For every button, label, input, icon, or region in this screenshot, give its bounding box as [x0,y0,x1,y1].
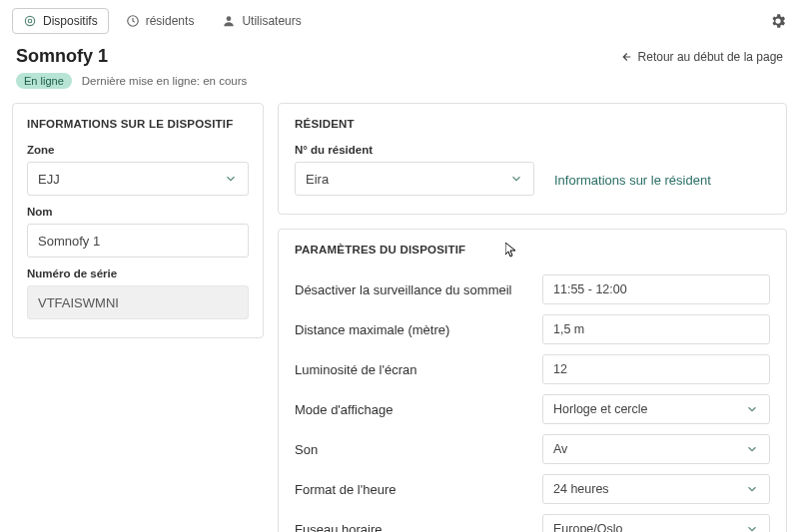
setting-select[interactable]: Av [542,434,770,464]
setting-row: Mode d'affichageHorloge et cercle [295,389,770,429]
device-info-heading: INFORMATIONS SUR LE DISPOSITIF [27,118,249,130]
tab-devices[interactable]: Dispositifs [12,8,109,34]
chevron-down-icon [745,402,759,416]
device-info-card: INFORMATIONS SUR LE DISPOSITIF Zone EJJ … [12,103,264,338]
setting-value: 11:55 - 12:00 [553,282,627,296]
clock-icon [126,14,140,28]
resident-info-link[interactable]: Informations sur le résident [554,173,711,196]
chevron-down-icon [745,482,759,496]
setting-value: 1,5 m [553,322,584,336]
gear-icon[interactable] [769,12,787,30]
name-label: Nom [27,206,249,218]
title-row: Somnofy 1 Retour au début de la page [0,42,799,73]
tab-users-label: Utilisateurs [242,14,301,28]
resident-card: RÉSIDENT N° du résident Eira Information… [278,103,787,215]
setting-select[interactable]: 24 heures [542,474,770,504]
setting-label: Mode d'affichage [295,402,524,417]
setting-row: Format de l'heure24 heures [295,469,770,509]
top-tabs: Dispositifs résidents Utilisateurs [0,0,799,42]
setting-row: Distance maximale (mètre)1,5 m [295,309,770,349]
setting-row: SonAv [295,429,770,469]
serial-value: VTFAISWMNI [38,295,119,310]
status-text: Dernière mise en ligne: en cours [82,75,248,87]
setting-value: 24 heures [553,482,609,496]
status-badge: En ligne [16,73,72,89]
tab-devices-label: Dispositifs [43,14,98,28]
chevron-down-icon [509,172,523,186]
setting-row: Désactiver la surveillance du sommeil11:… [295,269,770,309]
setting-row: Luminosité de l'écran12 [295,349,770,389]
setting-label: Luminosité de l'écran [295,362,524,377]
zone-label: Zone [27,144,249,156]
device-settings-card: PARAMÈTRES DU DISPOSITIF Désactiver la s… [278,229,787,532]
settings-heading: PARAMÈTRES DU DISPOSITIF [295,244,770,256]
setting-input[interactable]: 1,5 m [542,314,770,344]
svg-point-3 [227,16,232,21]
setting-input[interactable]: 12 [542,354,770,384]
name-value: Somnofy 1 [38,234,100,249]
device-icon [23,14,37,28]
svg-point-0 [25,16,34,25]
resident-heading: RÉSIDENT [295,118,770,130]
zone-select[interactable]: EJJ [27,162,249,196]
setting-label: Désactiver la surveillance du sommeil [295,282,524,297]
arrow-left-icon [618,50,632,64]
setting-value: Europe/Oslo [553,522,622,532]
resident-select[interactable]: Eira [295,162,534,196]
status-row: En ligne Dernière mise en ligne: en cour… [0,73,799,103]
setting-select[interactable]: Europe/Oslo [542,514,770,532]
resident-value: Eira [306,172,329,187]
back-link-label: Retour au début de la page [638,50,783,64]
chevron-down-icon [745,522,759,532]
user-icon [222,14,236,28]
serial-readonly: VTFAISWMNI [27,285,249,319]
setting-label: Format de l'heure [295,482,524,497]
setting-label: Distance maximale (mètre) [295,322,524,337]
tab-users[interactable]: Utilisateurs [211,8,312,34]
chevron-down-icon [745,442,759,456]
setting-label: Fuseau horaire [295,522,524,533]
page-title: Somnofy 1 [16,46,108,67]
setting-label: Son [295,442,524,457]
chevron-down-icon [224,172,238,186]
tab-residents-label: résidents [146,14,195,28]
back-to-top-link[interactable]: Retour au début de la page [618,50,783,64]
setting-input[interactable]: 11:55 - 12:00 [542,274,770,304]
setting-value: Av [553,442,567,456]
tab-residents[interactable]: résidents [115,8,206,34]
zone-value: EJJ [38,172,60,187]
svg-point-1 [28,19,32,23]
setting-value: Horloge et cercle [553,402,648,416]
setting-select[interactable]: Horloge et cercle [542,394,770,424]
setting-row: Fuseau horaireEurope/Oslo [295,509,770,532]
resident-number-label: N° du résident [295,144,534,156]
setting-value: 12 [553,362,567,376]
serial-label: Numéro de série [27,267,249,279]
name-input[interactable]: Somnofy 1 [27,224,249,258]
